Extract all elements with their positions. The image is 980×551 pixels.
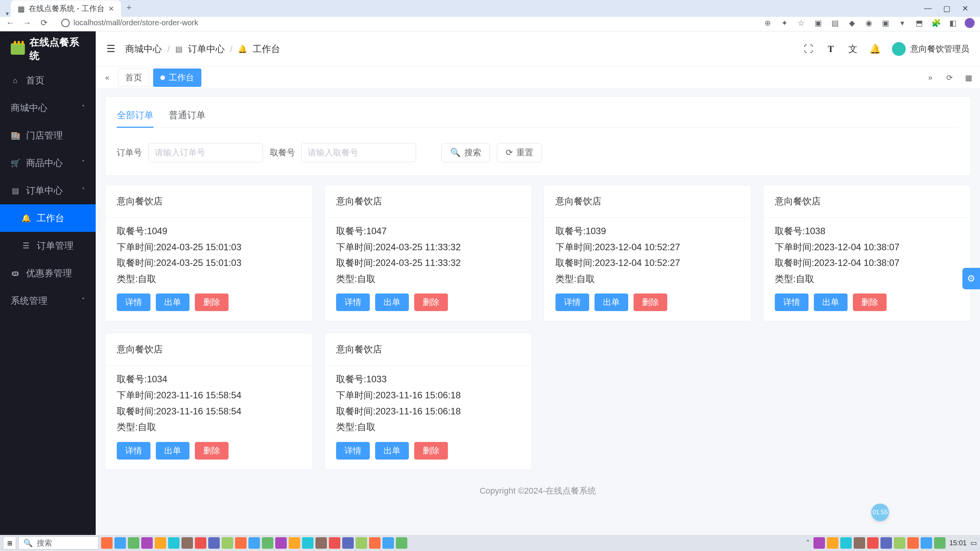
detail-button[interactable]: 详情 [117, 442, 150, 460]
detail-button[interactable]: 详情 [555, 293, 589, 311]
window-maximize-icon[interactable]: ▢ [943, 4, 951, 13]
delete-button[interactable]: 删除 [414, 442, 448, 460]
bookmark-star-icon[interactable]: ☆ [796, 18, 806, 28]
taskbar-app-icon[interactable] [208, 537, 220, 549]
reset-button[interactable]: ⟳ 重置 [497, 143, 542, 162]
taskbar-app-icon[interactable] [222, 537, 233, 549]
order-no-input[interactable] [148, 143, 263, 162]
taskbar-app-icon[interactable] [315, 537, 327, 549]
tray-icon[interactable] [894, 537, 905, 549]
taskbar-app-icon[interactable] [262, 537, 273, 549]
font-size-icon[interactable]: 𝐓 [825, 44, 836, 54]
fullscreen-icon[interactable]: ⛶ [803, 44, 814, 54]
ext-icon-7[interactable]: ▣ [880, 18, 890, 28]
sidebar-group-system[interactable]: 系统管理 ˅ [0, 287, 96, 315]
taskbar-app-icon[interactable] [248, 537, 260, 549]
ext-icon-8[interactable]: ▾ [897, 18, 907, 28]
tabs-grid-icon[interactable]: ▦ [962, 71, 975, 85]
side-panel-icon[interactable]: ◧ [948, 18, 958, 28]
taskbar-app-icon[interactable] [101, 537, 113, 549]
issue-button[interactable]: 出单 [595, 293, 628, 311]
tray-icon[interactable] [907, 537, 919, 549]
ext-icon-4[interactable]: ▤ [830, 18, 840, 28]
tray-icon[interactable] [934, 537, 946, 549]
sidebar-item-coupon-mgmt[interactable]: 🎟 优惠券管理 [0, 259, 96, 287]
delete-button[interactable]: 删除 [414, 293, 448, 311]
tab-normal-orders[interactable]: 普通订单 [169, 105, 206, 125]
app-logo[interactable]: 在线点餐系统 [0, 31, 96, 67]
tray-chevron-icon[interactable]: ˄ [806, 539, 810, 547]
notification-bell-icon[interactable]: 🔔 [870, 44, 880, 54]
tab-all-orders[interactable]: 全部订单 [117, 105, 154, 128]
taskbar-app-icon[interactable] [128, 537, 139, 549]
delete-button[interactable]: 删除 [195, 442, 229, 460]
taskbar-app-icon[interactable] [195, 537, 206, 549]
tabs-refresh-icon[interactable]: ⟳ [942, 71, 956, 85]
sidebar-item-workbench[interactable]: 🔔 工作台 [0, 204, 96, 232]
taskbar-app-icon[interactable] [289, 537, 300, 549]
new-tab-button[interactable]: ＋ [121, 0, 137, 17]
sidebar-group-mall[interactable]: 商城中心 ˄ [0, 94, 96, 122]
ext-icon-5[interactable]: ◆ [847, 18, 857, 28]
delete-button[interactable]: 删除 [853, 293, 887, 311]
window-close-icon[interactable]: ✕ [962, 4, 969, 13]
taskbar-app-icon[interactable] [114, 537, 126, 549]
tray-icon[interactable] [921, 537, 932, 549]
tabs-scroll-left-icon[interactable]: « [100, 71, 114, 85]
tabs-scroll-right-icon[interactable]: » [923, 71, 937, 85]
ext-icon-3[interactable]: ▣ [813, 18, 823, 28]
site-info-icon[interactable] [61, 19, 70, 27]
ext-icon-2[interactable]: ✦ [779, 18, 789, 28]
browser-tab[interactable]: ▦ 在线点餐系统 - 工作台 ✕ [11, 0, 121, 17]
breadcrumb-item[interactable]: 商城中心 [125, 43, 162, 55]
detail-button[interactable]: 详情 [336, 442, 370, 460]
taskbar-app-icon[interactable] [181, 537, 193, 549]
taskbar-app-icon[interactable] [275, 537, 287, 549]
breadcrumb-item[interactable]: 订单中心 [188, 43, 225, 55]
sidebar-item-home[interactable]: ⌂ 首页 [0, 67, 96, 94]
nav-back-icon[interactable]: ← [5, 18, 15, 28]
page-tab-home[interactable]: 首页 [118, 68, 149, 87]
profile-avatar-icon[interactable] [965, 18, 975, 28]
delete-button[interactable]: 删除 [195, 293, 229, 311]
issue-button[interactable]: 出单 [375, 442, 409, 460]
tab-dropdown-icon[interactable]: ▾ [4, 10, 11, 17]
start-button[interactable]: ⊞ [3, 536, 16, 549]
taskbar-app-icon[interactable] [235, 537, 247, 549]
extensions-icon[interactable]: 🧩 [931, 18, 941, 28]
issue-button[interactable]: 出单 [375, 293, 409, 311]
taskbar-app-icon[interactable] [369, 537, 381, 549]
taskbar-app-icon[interactable] [168, 537, 180, 549]
taskbar-app-icon[interactable] [141, 537, 153, 549]
sidebar-item-store-mgmt[interactable]: 🏬 门店管理 [0, 122, 96, 149]
ext-icon-1[interactable]: ⊕ [763, 18, 773, 28]
address-input[interactable]: localhost/mall/order/store-order-work [56, 17, 756, 29]
tray-icon[interactable] [813, 537, 825, 549]
sidebar-item-product-center[interactable]: 🛒 商品中心 ˅ [0, 149, 96, 177]
nav-forward-icon[interactable]: → [22, 18, 32, 28]
notification-center-icon[interactable]: ▭ [970, 539, 977, 547]
translate-icon[interactable]: 文 [848, 44, 858, 54]
issue-button[interactable]: 出单 [156, 442, 189, 460]
menu-toggle-icon[interactable]: ☰ [106, 43, 115, 55]
window-minimize-icon[interactable]: — [924, 4, 932, 13]
taskbar-clock[interactable]: 15:01 [949, 539, 967, 547]
detail-button[interactable]: 详情 [775, 293, 808, 311]
tray-icon[interactable] [880, 537, 892, 549]
tray-icon[interactable] [854, 537, 865, 549]
issue-button[interactable]: 出单 [156, 293, 189, 311]
ext-icon-6[interactable]: ◉ [864, 18, 874, 28]
delete-button[interactable]: 删除 [634, 293, 667, 311]
taskbar-app-icon[interactable] [342, 537, 354, 549]
taskbar-app-icon[interactable] [382, 537, 394, 549]
taskbar-app-icon[interactable] [155, 537, 166, 549]
sidebar-item-order-center[interactable]: ▤ 订单中心 ˄ [0, 177, 96, 204]
tray-icon[interactable] [867, 537, 879, 549]
ext-icon-9[interactable]: ⬒ [914, 18, 924, 28]
detail-button[interactable]: 详情 [336, 293, 370, 311]
sidebar-item-order-mgmt[interactable]: ☰ 订单管理 [0, 232, 96, 259]
taskbar-app-icon[interactable] [302, 537, 314, 549]
detail-button[interactable]: 详情 [117, 293, 150, 311]
search-button[interactable]: 🔍 搜索 [441, 143, 490, 162]
nav-reload-icon[interactable]: ⟳ [39, 18, 49, 28]
